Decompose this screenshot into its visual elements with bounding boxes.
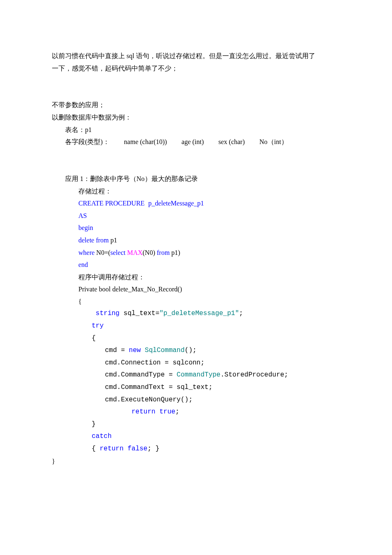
kw-as: AS (52, 210, 340, 222)
fields-row: 各字段(类型)：name (char(10))age (int)sex (cha… (52, 136, 340, 148)
sql-from-table: p1) (171, 249, 180, 256)
kw-delete-from: delete from (78, 237, 110, 244)
type-commandtype: CommandType (177, 371, 221, 379)
section-noparam-title: 不带参数的应用； (52, 99, 340, 111)
table-name: 表名：p1 (52, 124, 340, 136)
fields-label: 各字段(类型)： (65, 138, 110, 145)
kw-return2: return (100, 445, 124, 452)
example-intro: 以删除数据库中数据为例： (52, 111, 340, 124)
cmd-type-lhs: cmd.CommandType = (105, 371, 177, 379)
call-label: 程序中调用存储过程： (52, 271, 340, 284)
document-body: 以前习惯在代码中直接上 sql 语句，听说过存储过程。但是一直没怎么用过。最近尝… (52, 50, 340, 467)
kw-select: select (110, 249, 127, 256)
outer-brace-close: } (52, 455, 340, 468)
kw-true: true (159, 408, 175, 416)
catch-open: { (92, 445, 100, 452)
catch-close: ; } (147, 445, 159, 452)
sql-delete: delete from p1 (52, 234, 340, 247)
app1-title: 应用 1：删除表中序号（No）最大的那条记录 (52, 173, 340, 185)
kw-return: return (131, 408, 156, 416)
proc-label: 存储过程： (52, 185, 340, 198)
kw-end: end (52, 259, 340, 271)
intro-line-2: 一下，感觉不错，起码代码中简单了不少； (52, 62, 340, 75)
semi2: ; (175, 408, 180, 416)
code-cmd-type: cmd.CommandType = CommandType.StoredProc… (52, 369, 340, 381)
fn-max: MAX (127, 249, 142, 256)
code-cmd-conn: cmd.Connection = sqlconn; (52, 357, 340, 369)
field-age: age (int) (182, 138, 204, 145)
kw-new: new (129, 347, 141, 354)
code-cmd-new: cmd = new SqlCommand(); (52, 345, 340, 357)
cmd-lhs: cmd = (105, 347, 129, 354)
cmd-type-rhs: .StoredProcedure; (220, 371, 288, 379)
brace-open: { (52, 296, 340, 308)
code-return-true: return true; (52, 406, 340, 418)
code-cmd-text: cmd.CommandText = sql_text; (52, 381, 340, 394)
try-brace-open: { (52, 333, 340, 345)
try-brace-close: } (52, 418, 340, 431)
code-vardecl: string sql_text="p_deleteMessage_p1"; (52, 308, 340, 320)
blank-line (52, 87, 340, 99)
field-name: name (char(10)) (124, 138, 167, 145)
kw-try: try (52, 320, 340, 333)
blank-line (52, 148, 340, 161)
kw-catch: catch (52, 430, 340, 443)
intro-line-1: 以前习惯在代码中直接上 sql 语句，听说过存储过程。但是一直没怎么用过。最近尝… (52, 50, 340, 62)
blank-line (52, 74, 340, 87)
string-literal: "p_deleteMessage_p1" (159, 310, 239, 317)
sql-create: CREATE PROCEDURE p_deleteMessage_p1 (52, 197, 340, 210)
kw-create-procedure: CREATE PROCEDURE (78, 200, 145, 207)
var-name: sql_text= (119, 310, 159, 317)
kw-string: string (96, 310, 120, 317)
type-sqlcommand: SqlCommand (145, 347, 185, 354)
kw-false: false (127, 445, 147, 452)
kw-begin: begin (52, 222, 340, 234)
kw-where: where (78, 249, 96, 256)
sql-n0eq: N0=( (96, 249, 110, 256)
semi: ; (239, 310, 243, 317)
sql-maxarg: (N0) (143, 249, 157, 256)
sqlcommand-tail: (); (185, 347, 197, 354)
sql-where: where N0=(select MAX(N0) from p1) (52, 247, 340, 259)
field-sex: sex (char) (218, 138, 245, 145)
blank-line (52, 160, 340, 173)
code-cmd-exec: cmd.ExecuteNonQuery(); (52, 394, 340, 406)
field-no: No（int） (259, 138, 287, 145)
tbl-p1: p1 (110, 237, 117, 244)
kw-from: from (157, 249, 171, 256)
code-sig: Private bool delete_Max_No_Record() (52, 283, 340, 296)
catch-body: { return false; } (52, 443, 340, 455)
proc-name: p_deleteMessage_p1 (148, 200, 204, 207)
